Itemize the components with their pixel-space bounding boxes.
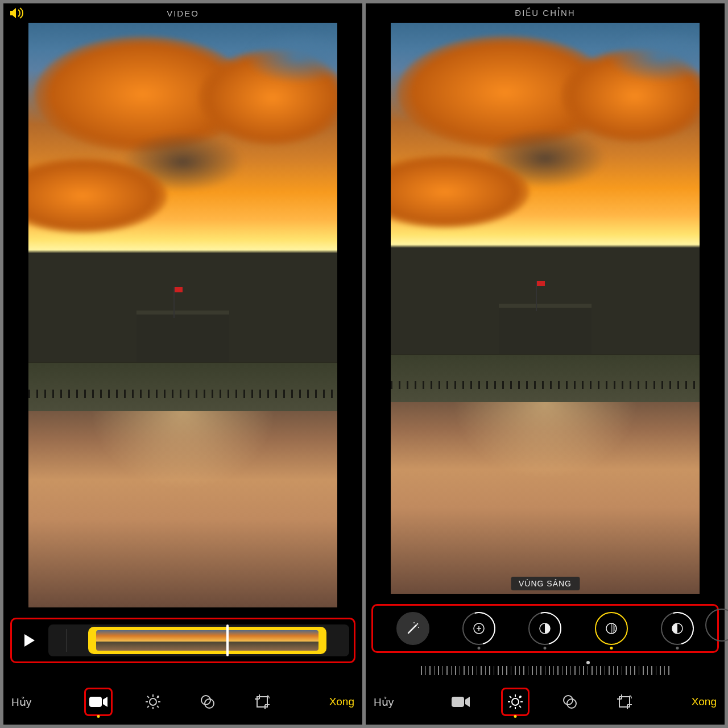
svg-point-32 <box>512 698 519 705</box>
tool-filters[interactable] <box>556 688 584 716</box>
svg-line-18 <box>408 625 416 633</box>
svg-line-6 <box>147 696 149 698</box>
bottom-toolbar: Hủy Xong <box>3 679 362 725</box>
svg-rect-31 <box>452 697 464 707</box>
magic-wand-icon <box>405 621 421 636</box>
cancel-button[interactable]: Hủy <box>11 696 31 709</box>
video-preview[interactable]: VÙNG SÁNG <box>391 23 700 594</box>
svg-point-10 <box>157 696 159 698</box>
left-phone-editor: VIDEO ⟨ <box>3 3 362 725</box>
svg-line-39 <box>510 706 511 708</box>
svg-point-1 <box>150 698 156 705</box>
tool-filters[interactable] <box>193 688 222 716</box>
done-button[interactable]: Xong <box>329 696 354 708</box>
svg-rect-44 <box>619 697 630 707</box>
svg-line-8 <box>147 706 149 708</box>
tool-adjust[interactable] <box>139 688 167 716</box>
dial-auto[interactable] <box>396 612 429 645</box>
dial-brilliance[interactable] <box>528 612 561 645</box>
timeline-thumbnails <box>96 630 318 651</box>
svg-rect-0 <box>89 697 102 707</box>
screen-title: VIDEO <box>167 9 199 18</box>
svg-line-7 <box>157 706 159 708</box>
svg-point-19 <box>417 623 419 625</box>
dial-highlights[interactable] <box>595 612 628 645</box>
top-bar: ĐIỀU CHỈNH <box>366 3 725 23</box>
cancel-button[interactable]: Hủy <box>374 696 394 709</box>
svg-point-41 <box>519 696 522 698</box>
play-button[interactable] <box>16 623 43 657</box>
tool-video[interactable] <box>84 688 113 716</box>
tool-crop[interactable] <box>248 688 276 716</box>
svg-line-37 <box>510 696 511 698</box>
tool-crop[interactable] <box>610 688 639 716</box>
adjust-ruler[interactable] <box>373 662 718 679</box>
screen-title: ĐIỀU CHỈNH <box>515 8 575 18</box>
svg-point-21 <box>418 627 419 628</box>
svg-rect-13 <box>257 697 267 707</box>
svg-line-38 <box>519 706 521 708</box>
dial-overflow[interactable] <box>705 609 728 642</box>
tool-video[interactable] <box>446 688 475 716</box>
dial-contrast[interactable] <box>661 612 694 645</box>
sound-icon[interactable] <box>9 7 25 19</box>
svg-point-20 <box>413 622 415 623</box>
highlights-icon <box>605 622 618 635</box>
playhead[interactable] <box>226 624 229 656</box>
adjust-dials-region <box>371 604 719 653</box>
video-preview[interactable] <box>28 23 337 607</box>
done-button[interactable]: Xong <box>692 696 717 708</box>
adjust-label: VÙNG SÁNG <box>511 577 580 590</box>
dial-exposure[interactable] <box>462 612 495 645</box>
tool-adjust[interactable] <box>501 688 530 716</box>
timeline-region: ⟨ ⟩ <box>10 618 355 663</box>
top-bar: VIDEO <box>3 3 362 23</box>
bottom-toolbar: Hủy Xong <box>366 679 725 725</box>
trim-track[interactable]: ⟨ ⟩ <box>48 624 349 656</box>
right-phone-editor: ĐIỀU CHỈNH VÙNG SÁNG <box>366 3 725 725</box>
trim-handles[interactable]: ⟨ ⟩ <box>88 627 326 654</box>
